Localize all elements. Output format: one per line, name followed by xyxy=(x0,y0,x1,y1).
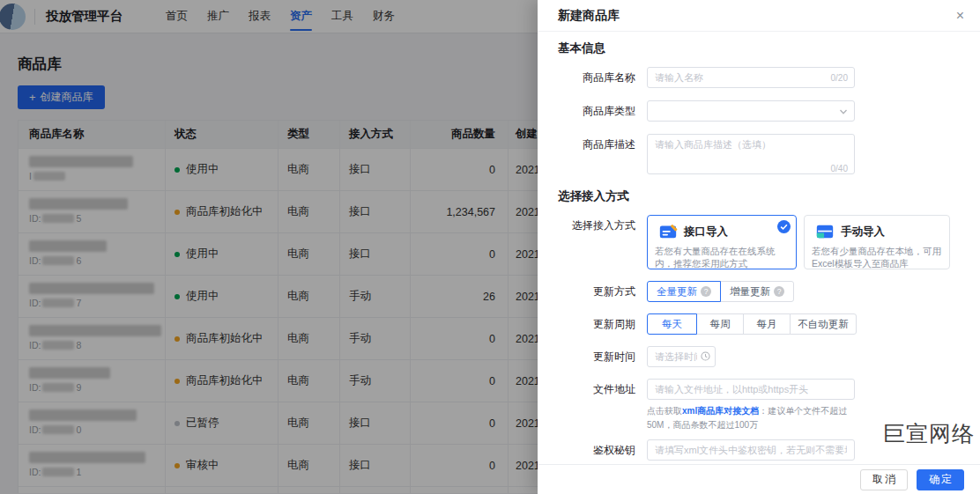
segment-option[interactable]: 不自动更新 xyxy=(790,313,857,335)
file-url-help: 点击获取xml商品库对接文档：建议单个文件不超过50M，商品条数不超过100万 xyxy=(647,404,869,432)
drawer-header: 新建商品库 × xyxy=(538,0,980,32)
access-field-label: 选择接入方式 xyxy=(558,215,635,269)
drawer-body: 基本信息 商品库名称 0/20 商品库类型 商品库描述 0/40 选择接入方式 xyxy=(538,32,980,464)
desc-field-label: 商品库描述 xyxy=(558,134,635,178)
auth-key-label: 鉴权秘钥 xyxy=(558,439,635,461)
desc-char-counter: 0/40 xyxy=(831,164,848,173)
library-desc-textarea[interactable] xyxy=(647,134,855,174)
clock-icon xyxy=(701,351,710,361)
help-question-icon[interactable]: ? xyxy=(774,286,784,297)
watermark-text: 巨宣网络 xyxy=(883,419,975,448)
file-url-input[interactable] xyxy=(647,379,855,400)
xml-doc-link[interactable]: xml商品库对接文档 xyxy=(682,406,759,416)
cancel-button[interactable]: 取消 xyxy=(860,469,908,490)
section-basic-info: 基本信息 xyxy=(558,41,961,56)
segment-option[interactable]: 每周 xyxy=(696,313,744,335)
update-time-label: 更新时间 xyxy=(558,346,635,367)
name-field-label: 商品库名称 xyxy=(558,67,635,88)
api-import-title: 接口导入 xyxy=(684,225,728,240)
segment-option[interactable]: 每月 xyxy=(743,313,791,335)
name-char-counter: 0/20 xyxy=(831,73,848,83)
section-access-method: 选择接入方式 xyxy=(558,188,961,204)
card-api-import[interactable]: 接口导入 若您有大量商品存在在线系统内，推荐您采用此方式 xyxy=(647,215,797,269)
update-mode-label: 更新方式 xyxy=(558,281,635,302)
selected-check-icon xyxy=(777,220,791,233)
segment-option[interactable]: 全量更新? xyxy=(647,281,721,302)
segment-option[interactable]: 增量更新? xyxy=(720,281,794,302)
update-cycle-group: 每天每周每月不自动更新 xyxy=(647,313,857,335)
manual-import-icon xyxy=(815,222,835,241)
library-type-select[interactable] xyxy=(647,100,855,122)
drawer-title: 新建商品库 xyxy=(558,8,620,24)
help-question-icon[interactable]: ? xyxy=(701,286,711,297)
close-icon[interactable]: × xyxy=(956,9,964,23)
file-url-label: 文件地址 xyxy=(558,379,635,432)
drawer-footer: 取消 确定 xyxy=(538,464,980,494)
confirm-button[interactable]: 确定 xyxy=(917,469,964,490)
update-cycle-label: 更新周期 xyxy=(558,313,635,335)
type-field-label: 商品库类型 xyxy=(558,100,635,122)
update-mode-group: 全量更新?增量更新? xyxy=(647,281,794,302)
card-manual-import[interactable]: 手动导入 若您有少量商品存在本地，可用Excel模板导入至商品库 xyxy=(804,215,950,269)
api-import-desc: 若您有大量商品存在在线系统内，推荐您采用此方式 xyxy=(655,245,789,269)
manual-import-title: 手动导入 xyxy=(841,225,885,240)
segment-option[interactable]: 每天 xyxy=(647,313,697,335)
chevron-down-icon xyxy=(839,107,848,116)
api-import-icon xyxy=(658,222,678,241)
manual-import-desc: 若您有少量商品存在本地，可用Excel模板导入至商品库 xyxy=(812,245,942,269)
auth-key-input[interactable] xyxy=(647,439,855,461)
library-name-input[interactable] xyxy=(647,67,855,88)
